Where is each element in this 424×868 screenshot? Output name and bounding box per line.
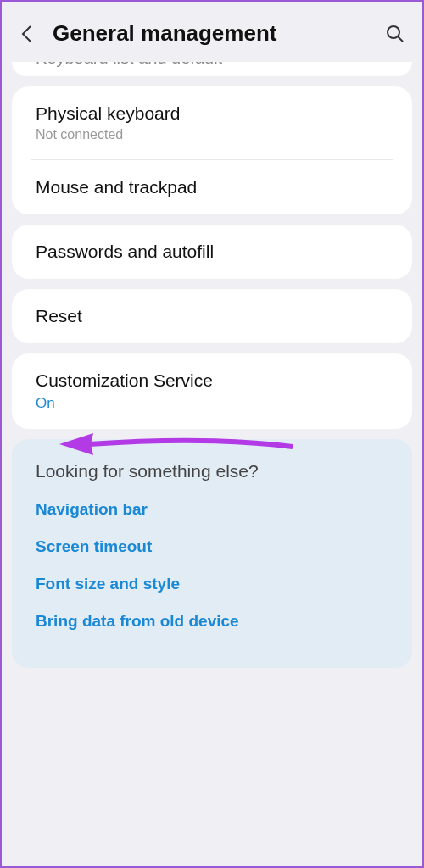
passwords-autofill-label: Passwords and autofill — [36, 242, 388, 262]
physical-keyboard-label: Physical keyboard — [36, 103, 388, 124]
svg-point-0 — [388, 26, 399, 38]
list-item-keyboard-default[interactable]: Keyboard list and default — [12, 62, 412, 76]
reset-label: Reset — [36, 306, 388, 326]
list-item-physical-keyboard[interactable]: Physical keyboard Not connected — [12, 86, 412, 159]
card-passwords: Passwords and autofill — [12, 225, 412, 279]
suggestions-card: Looking for something else? Navigation b… — [12, 439, 412, 668]
mouse-trackpad-label: Mouse and trackpad — [36, 177, 388, 198]
suggestion-screen-timeout[interactable]: Screen timeout — [36, 537, 388, 556]
keyboard-list-label: Keyboard list and default — [36, 62, 222, 68]
page-title: General management — [53, 20, 368, 47]
suggestion-font-size-style[interactable]: Font size and style — [36, 575, 388, 593]
card-input-devices: Physical keyboard Not connected Mouse an… — [12, 86, 412, 214]
customization-label: Customization Service — [36, 370, 388, 391]
list-item-reset[interactable]: Reset — [12, 289, 412, 343]
suggestions-title: Looking for something else? — [36, 461, 388, 481]
back-icon[interactable] — [19, 25, 36, 42]
card-keyboard-clipped: Keyboard list and default — [12, 62, 412, 76]
customization-status: On — [36, 395, 388, 412]
suggestion-navigation-bar[interactable]: Navigation bar — [36, 500, 388, 519]
physical-keyboard-status: Not connected — [36, 127, 388, 142]
header: General management — [5, 5, 419, 62]
list-item-passwords-autofill[interactable]: Passwords and autofill — [12, 225, 412, 279]
search-icon[interactable] — [385, 24, 405, 44]
card-reset: Reset — [12, 289, 412, 343]
list-item-customization-service[interactable]: Customization Service On — [12, 353, 412, 429]
suggestion-bring-data[interactable]: Bring data from old device — [36, 612, 388, 631]
card-customization: Customization Service On — [12, 353, 412, 429]
list-item-mouse-trackpad[interactable]: Mouse and trackpad — [12, 160, 412, 214]
